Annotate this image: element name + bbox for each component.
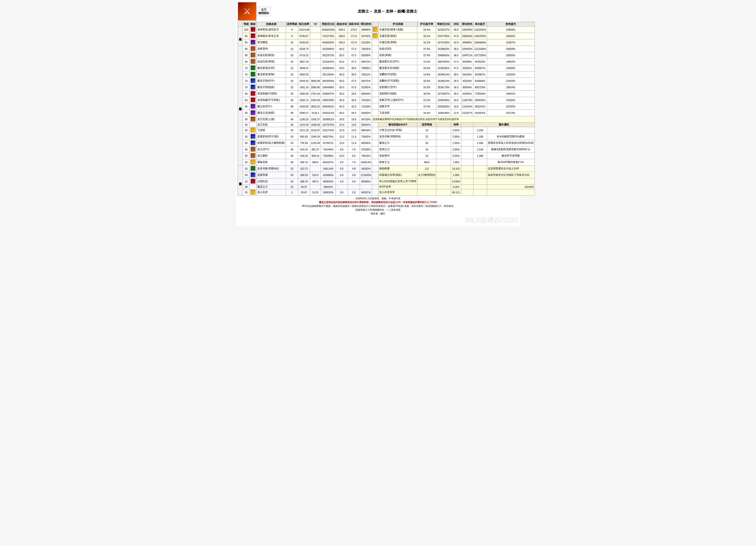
real-cd-cell: 3.8 [348, 172, 360, 178]
dps-up-cell: 该表等效百分比为组队下等效百分比 [487, 172, 535, 178]
tp-cell: 1836.58 [310, 123, 321, 127]
orig-cd-cell: 50.0 [336, 84, 348, 91]
shield-icon-cell [372, 103, 378, 110]
skill-name-cell: 龙皇制裁(可抓取) [257, 91, 286, 97]
shield-cd-cell: 1.50% [451, 140, 461, 146]
shield-dps-cell: 106258% [461, 27, 473, 33]
icon-cell [250, 178, 257, 185]
icon-col-header: 图标 [250, 22, 257, 27]
skill-name-cell: 魔龙之力 [257, 185, 286, 189]
dps-up-cell: 31350% [487, 97, 535, 103]
level-cell: 50 [243, 39, 250, 46]
dps-cell: 42782% [360, 33, 372, 39]
buff-grade-label: 适用等级 [417, 123, 436, 127]
icon-cell [250, 166, 257, 172]
orig-cd-cell: 10.0 [336, 153, 348, 159]
real-cd-cell: 9.5 [348, 153, 360, 159]
orig-cd-cell: 5.0 [336, 166, 348, 172]
shield-dps-cell [461, 189, 473, 196]
table-row: 15火焰吐息53286.76487.5405503%5.04.885369%单人… [238, 178, 535, 185]
real-cd-cell: 40.5 [348, 110, 360, 116]
shield-dps-cell [461, 140, 473, 146]
orig-cd-cell: 3.0 [336, 189, 348, 196]
rate-cell: 1991.24 [298, 84, 310, 91]
skill-icon [251, 179, 255, 184]
real-cd-cell: 2.9 [348, 189, 360, 196]
dps-cell: 80584% [360, 91, 372, 97]
eff-pct-cell: 10992033% [321, 27, 336, 33]
rate-cell: 5336.83 [298, 39, 310, 46]
skill-name-cell: 火焰吐息 [257, 178, 286, 185]
real-cd-cell: 19.0 [348, 116, 360, 123]
dps-cell: 97558% [360, 146, 372, 153]
real-cd-cell: 57.0 [348, 46, 360, 52]
shield-dps-cell: 92563% [461, 91, 473, 97]
eff-pct-cell: 269032% [321, 189, 336, 196]
shield-cd-cell: 2.00% [451, 127, 461, 134]
orig-cd-cell: 20.0 [336, 123, 348, 127]
shield-up-cell: 10 [417, 153, 436, 159]
grade-cell: 48 [286, 159, 298, 166]
table-body: 觉醒100龙神君临:虚空炽灭413214.6810992033%290.0275… [238, 27, 535, 196]
level-cell: 45 [243, 103, 250, 110]
shield-cd-cell: 3.335% [451, 178, 461, 185]
tp-col-header: TP [310, 22, 321, 27]
real-cd-cell: 47.5 [348, 52, 360, 59]
orig-cd-cell: 290.0 [336, 27, 348, 33]
shield-dps-cell [461, 172, 473, 178]
single-up-cell: 434454% [473, 110, 487, 116]
dps-up-cell: 18554% [487, 84, 535, 91]
dps-cell: 71540% [360, 103, 372, 110]
skill-icon [251, 117, 255, 121]
icon-cell [250, 59, 257, 65]
table-row: 45魔龙之息(地面)382080.073120.12595313%40.040.… [238, 110, 535, 116]
dps-up-cell: 31907% [487, 39, 535, 46]
orig-cd-cell: 60.0 [336, 46, 348, 52]
level-cell: 40 [243, 116, 250, 123]
icon-cell [250, 134, 257, 140]
level-cell: 40 [243, 123, 250, 127]
icon-cell [250, 153, 257, 159]
table-row: 80征战无双(骑坐)204716.223922973%50.047.582589… [238, 52, 535, 59]
skill-icon [251, 166, 255, 171]
grade-cell: 53 [286, 178, 298, 185]
rate-cell: 534.20 [298, 153, 310, 159]
shield-skill-cell: 肉食主义 [378, 159, 417, 166]
single-up-cell: 943503% [473, 59, 487, 65]
tp-cell: 908.14 [310, 153, 321, 159]
shield-up-cell: 16.3% [417, 84, 436, 91]
grade-cell: 40 [286, 123, 298, 127]
skill-icon [251, 59, 255, 64]
skill-icon [373, 27, 378, 32]
dps-cell: 39182% [360, 166, 372, 172]
rate-cell: 2436.83 [298, 103, 310, 110]
dps-up-cell [487, 127, 535, 134]
orig-cd-cell: 40.0 [336, 103, 348, 110]
eff-pct-cell: 3043559% [321, 78, 336, 84]
orig-cd-cell: 50.0 [336, 59, 348, 65]
rate-cell: 8795.07 [298, 33, 310, 39]
note-5: 制作者：磡石 [238, 212, 518, 216]
shield-icon-cell [372, 65, 378, 71]
dps-up-cell: 命令&施放范围内3s霸体 [487, 134, 535, 140]
shield-icon-cell [372, 153, 378, 159]
eff-pct-cell: 3922973% [321, 52, 336, 59]
shield-up-cell: MAX [417, 159, 436, 166]
section-label-low: 下位技能 [238, 166, 243, 196]
shield-icon-cell [372, 27, 378, 33]
shield-eff-cell: 2092920% [436, 103, 451, 110]
table-row: 20龙翼突袭50300.53510.9424966%4.03.8111833%武… [238, 172, 535, 178]
note-3: 95可在征战骑乘模式下施放，施放后征战最后一段斩击伤害会计入95的伤害统计。如果… [238, 204, 518, 208]
shield-skill-cell: 龙舞天穹 [378, 103, 417, 110]
shield-eff-cell: 3987063% [436, 59, 451, 65]
grade-cell: 40 [286, 116, 298, 123]
shield-icon-col-header [372, 22, 378, 27]
shield-cd-cell: 12.8 [451, 110, 461, 116]
level-col-header: 等级 [243, 22, 250, 27]
eff-pct-cell: 2484488% [321, 84, 336, 91]
rate-cell: 2080.07 [298, 110, 310, 116]
shield-icon-cell [372, 52, 378, 59]
orig-cd-cell [336, 185, 348, 189]
tp-cell [310, 46, 321, 52]
skill-icon [251, 40, 255, 45]
